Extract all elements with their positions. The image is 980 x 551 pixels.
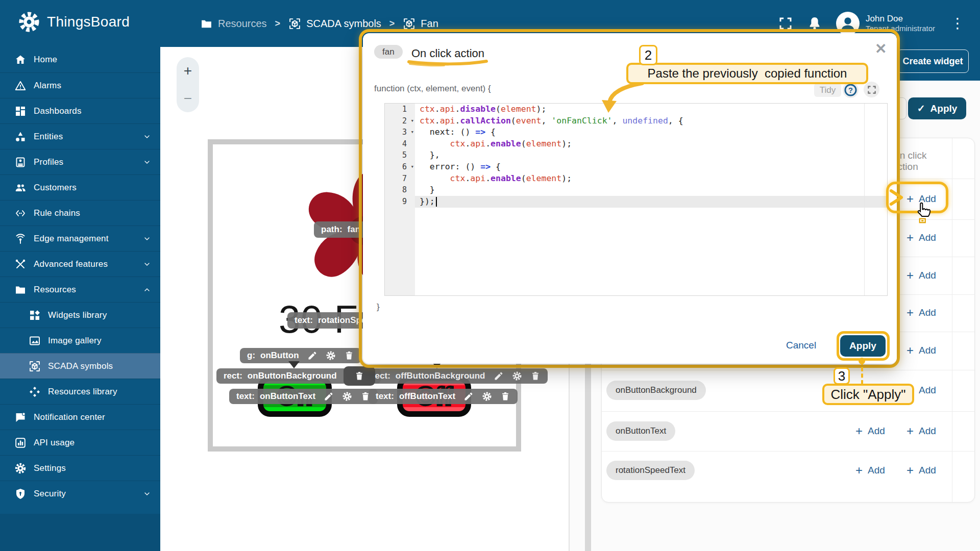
settings-gear-icon[interactable] <box>482 391 492 402</box>
step-2-badge: 2 <box>639 45 657 65</box>
kebab-menu-icon[interactable]: ⋮ <box>948 16 967 31</box>
row-separator <box>602 411 974 412</box>
tag-type: path: <box>321 224 342 235</box>
sidebar-item-notification-center[interactable]: Notification center <box>0 404 160 430</box>
print-margin <box>864 104 865 295</box>
step-3-badge: 3 <box>834 367 850 385</box>
cancel-button[interactable]: Cancel <box>786 340 816 351</box>
plus-icon: + <box>906 269 914 282</box>
add-label: Add <box>868 425 885 437</box>
code-editor[interactable]: 12▾3▾456▾789 ctx.api.disable(element);ct… <box>384 103 888 296</box>
brand-logo[interactable]: ThingsBoard <box>17 10 130 34</box>
breadcrumb-label: Fan <box>421 18 438 30</box>
fullscreen-icon <box>867 85 877 95</box>
settings-gear-icon[interactable] <box>326 350 336 361</box>
sidebar-item-profiles[interactable]: Profiles <box>0 149 160 174</box>
edit-pencil-icon[interactable] <box>324 391 334 402</box>
breadcrumb-separator: > <box>389 18 395 29</box>
sidebar-item-customers[interactable]: Customers <box>0 174 160 200</box>
profiles-icon <box>14 156 27 168</box>
delete-trash-segment[interactable] <box>344 366 375 386</box>
sidebar-item-entities[interactable]: Entities <box>0 123 160 149</box>
add-on-click-action-button[interactable]: +Add <box>906 464 936 477</box>
edit-pencil-icon[interactable] <box>494 371 504 381</box>
chevron-up-icon <box>143 286 151 294</box>
delete-trash-icon[interactable] <box>530 371 541 381</box>
add-label: Add <box>919 385 936 396</box>
tag-chip-off-button-text[interactable]: text: offButtonText <box>369 389 518 404</box>
sidebar-item-alarms[interactable]: Alarms <box>0 72 160 98</box>
tag-row-chip[interactable]: onButtonBackground <box>606 381 706 400</box>
add-render-function-button[interactable]: +Add <box>855 425 885 437</box>
brand-name: ThingsBoard <box>47 14 130 30</box>
add-on-click-action-button[interactable]: +Add <box>906 232 936 244</box>
settings-gear-icon[interactable] <box>342 391 352 402</box>
step-2-annotation: Paste the previously copied function <box>626 63 868 84</box>
chevron-down-icon <box>143 133 151 141</box>
sidebar-item-scada-symbols[interactable]: SCADA symbols <box>0 353 160 379</box>
zoom-control: + − <box>177 57 199 112</box>
tag-row-chip[interactable]: rotationSpeedText <box>606 461 695 480</box>
zoom-in-button[interactable]: + <box>177 57 199 85</box>
breadcrumb-separator: > <box>275 18 281 29</box>
sidebar-item-settings[interactable]: Settings <box>0 455 160 481</box>
tag-chip-on-button-text[interactable]: text: onButtonText <box>229 389 378 404</box>
sidebar-item-api-usage[interactable]: API usage <box>0 430 160 455</box>
breadcrumb-resources[interactable]: Resources <box>200 17 267 30</box>
tag-name: onButton <box>260 350 299 361</box>
toolbar-apply-label: Apply <box>930 103 958 114</box>
add-label: Add <box>919 425 936 437</box>
zoom-out-button[interactable]: − <box>177 85 199 112</box>
plus-icon: + <box>855 464 863 477</box>
shield-icon <box>14 488 27 500</box>
close-icon[interactable]: ✕ <box>875 42 887 56</box>
sidebar-item-rule-chains[interactable]: Rule chains <box>0 200 160 226</box>
sidebar-item-label: Security <box>34 489 66 499</box>
sidebar-item-label: Image gallery <box>48 336 102 346</box>
tag-row-chip[interactable]: onButtonText <box>606 421 675 441</box>
widgets-icon <box>29 309 41 321</box>
sidebar-item-advanced-features[interactable]: Advanced features <box>0 251 160 277</box>
sidebar-item-label: API usage <box>34 438 75 448</box>
sidebar-item-widgets-library[interactable]: Widgets library <box>0 302 160 328</box>
add-on-click-action-button[interactable]: +Add <box>906 425 936 437</box>
sidebar-item-edge-management[interactable]: Edge management <box>0 226 160 251</box>
add-render-function-button[interactable]: +Add <box>855 464 885 477</box>
toolbar-apply-button[interactable]: ✓ Apply <box>908 97 966 119</box>
code-content: ctx.api.disable(element);ctx.api.callAct… <box>420 104 683 207</box>
sidebar-item-resources-library[interactable]: Resources library <box>0 379 160 404</box>
breadcrumb-scada-symbols[interactable]: SCADA symbols <box>288 17 381 30</box>
sidebar-item-image-gallery[interactable]: Image gallery <box>0 328 160 353</box>
table-column-divider <box>952 138 952 502</box>
alarm-icon <box>14 80 27 92</box>
settings-gear-icon[interactable] <box>512 371 522 381</box>
tag-chip-off-button-background[interactable]: rect: offButtonBackground <box>364 368 548 384</box>
add-on-click-action-button[interactable]: +Add <box>906 344 936 357</box>
tag-type: rect: <box>224 371 242 381</box>
add-on-click-action-button[interactable]: +Add <box>906 269 936 282</box>
tag-chip-on-group[interactable]: g: onButton <box>240 348 361 363</box>
plus-icon: + <box>906 307 914 319</box>
rule-chains-icon <box>14 207 27 219</box>
entities-icon <box>14 131 27 143</box>
check-icon: ✓ <box>917 103 925 114</box>
delete-trash-icon[interactable] <box>344 350 354 361</box>
breadcrumb-fan[interactable]: Fan <box>403 17 438 30</box>
sidebar-item-security[interactable]: Security <box>0 481 160 506</box>
add-on-click-action-button[interactable]: +Add <box>906 307 936 319</box>
help-button[interactable] <box>843 82 859 98</box>
add-label: Add <box>919 307 936 318</box>
sidebar-item-resources[interactable]: Resources <box>0 277 160 302</box>
editor-fullscreen-button[interactable] <box>864 82 879 97</box>
edit-pencil-icon[interactable] <box>307 350 317 361</box>
edit-pencil-icon[interactable] <box>463 391 474 402</box>
tidy-button[interactable]: Tidy <box>814 83 841 97</box>
delete-trash-icon[interactable] <box>500 391 510 402</box>
sidebar-item-label: Alarms <box>34 81 61 91</box>
add-label: Add <box>919 345 936 356</box>
create-widget-button[interactable]: Create widget <box>897 49 969 73</box>
add-label: Add <box>919 270 936 281</box>
sidebar-item-dashboards[interactable]: Dashboards <box>0 98 160 123</box>
sidebar-item-home[interactable]: Home <box>0 47 160 72</box>
plus-icon: + <box>906 464 914 477</box>
